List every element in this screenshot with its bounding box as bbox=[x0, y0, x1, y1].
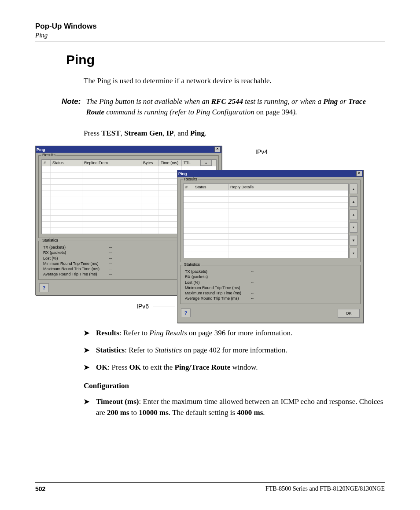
header-subtitle: Ping bbox=[35, 32, 385, 39]
note-block: Note: The Ping button is not available w… bbox=[62, 96, 385, 118]
close-icon[interactable]: × bbox=[214, 147, 221, 152]
col-status: Status bbox=[51, 160, 82, 166]
stats-label: Statistics bbox=[183, 262, 201, 267]
stat-row: Minimum Round Trip Time (ms)-- bbox=[185, 285, 356, 290]
stat-row: Maximum Round Trip Time (ms)-- bbox=[185, 290, 356, 296]
scroll-pagedown-icon[interactable]: ▼ bbox=[350, 235, 357, 246]
scroll-last-icon[interactable]: ▾ bbox=[350, 248, 357, 258]
col-num: # bbox=[184, 184, 193, 190]
help-icon[interactable]: ? bbox=[181, 308, 191, 317]
table-row bbox=[184, 239, 348, 246]
results-label: Results bbox=[183, 177, 198, 181]
scroll-down-icon[interactable]: ▾ bbox=[350, 222, 357, 233]
ok-button[interactable]: OK bbox=[338, 309, 360, 318]
header-divider bbox=[35, 41, 385, 41]
titlebar-ipv4: Ping × bbox=[36, 146, 221, 153]
figure-area: IPv4 Ping × Results # Status Replied Fro… bbox=[35, 146, 383, 322]
config-heading: Configuration bbox=[84, 382, 385, 390]
page-title: Ping bbox=[66, 52, 385, 67]
bullet-timeout: ➤ Timeout (ms): Enter the maximum time a… bbox=[84, 396, 385, 418]
table-row bbox=[184, 246, 348, 252]
scroll-top-icon[interactable]: ▴ bbox=[200, 160, 212, 166]
stats-body: TX (packets)-- RX (packets)-- Lost (%)--… bbox=[181, 265, 360, 304]
titlebar-text: Ping bbox=[178, 172, 187, 176]
table-row bbox=[184, 215, 348, 221]
col-time: Time (ms) bbox=[159, 160, 182, 166]
callout-line-ipv4 bbox=[221, 152, 252, 152]
arrow-icon: ➤ bbox=[84, 396, 96, 418]
stats-label: Statistics bbox=[41, 238, 59, 242]
table-row bbox=[184, 190, 348, 196]
bullet-ok: ➤ OK: Press OK to exit the Ping/Trace Ro… bbox=[84, 362, 385, 373]
scroll-up-icon[interactable]: ▴ bbox=[350, 209, 357, 220]
table-header: # Status Replied From Bytes Time (ms) TT… bbox=[42, 160, 216, 166]
stat-row: Lost (%)-- bbox=[185, 280, 356, 285]
table-row bbox=[184, 221, 348, 227]
bullet-statistics: ➤ Statistics: Refer to Statistics on pag… bbox=[84, 345, 385, 356]
col-status: Status bbox=[193, 184, 228, 190]
table-row bbox=[184, 196, 348, 202]
header-section-title: Pop-Up Windows bbox=[35, 22, 385, 31]
note-body: The Ping button is not available when an… bbox=[86, 96, 385, 118]
table-row bbox=[184, 202, 348, 209]
footer: 502 FTB-8500 Series and FTB-8120NGE/8130… bbox=[35, 482, 385, 492]
press-line: Press TEST, Stream Gen, IP, and Ping. bbox=[84, 128, 385, 139]
col-num: # bbox=[42, 160, 51, 166]
titlebar-ipv6: Ping × bbox=[177, 170, 363, 177]
page-number: 502 bbox=[35, 485, 45, 492]
results-table-ipv6: # Status Reply Details bbox=[183, 183, 349, 258]
col-replied: Replied From bbox=[82, 160, 141, 166]
stat-row: Average Round Trip Time (ms)-- bbox=[185, 296, 356, 301]
scroll-first-icon[interactable]: ▴ bbox=[350, 183, 357, 194]
table-row bbox=[184, 227, 348, 233]
stats-group-ipv6: Statistics TX (packets)-- RX (packets)--… bbox=[180, 265, 361, 304]
note-label: Note: bbox=[62, 96, 81, 118]
footer-model: FTB-8500 Series and FTB-8120NGE/8130NGE bbox=[265, 485, 385, 492]
arrow-icon: ➤ bbox=[84, 362, 96, 373]
scroll-pageup-icon[interactable]: ▲ bbox=[350, 196, 357, 207]
callout-line-ipv6 bbox=[153, 307, 175, 307]
help-icon[interactable]: ? bbox=[39, 283, 49, 292]
col-reply: Reply Details bbox=[228, 184, 348, 190]
scroll-buttons: ▴ ▲ ▴ ▾ ▼ ▾ bbox=[350, 183, 357, 258]
bullet-results: ➤ Results: Refer to Ping Results on page… bbox=[84, 328, 385, 339]
titlebar-text: Ping bbox=[37, 147, 45, 152]
results-label: Results bbox=[41, 153, 56, 157]
results-group-ipv6: Results # Status Reply Details bbox=[180, 180, 361, 262]
arrow-icon: ➤ bbox=[84, 345, 96, 356]
stat-row: RX (packets)-- bbox=[185, 274, 356, 279]
col-ttl: TTL bbox=[182, 160, 200, 166]
callout-ipv6: IPv6 bbox=[136, 303, 149, 310]
stat-row: TX (packets)-- bbox=[185, 269, 356, 274]
table-body bbox=[184, 190, 348, 258]
arrow-icon: ➤ bbox=[84, 328, 96, 339]
table-row bbox=[184, 209, 348, 215]
intro-paragraph: The Ping is used to determine if a netwo… bbox=[84, 75, 385, 87]
table-header: # Status Reply Details bbox=[184, 184, 348, 190]
table-row bbox=[184, 233, 348, 239]
col-bytes: Bytes bbox=[141, 160, 159, 166]
ping-ipv6-window: Ping × Results # Status Reply Details bbox=[177, 170, 364, 323]
table-row bbox=[184, 252, 348, 258]
close-icon[interactable]: × bbox=[356, 171, 362, 176]
callout-ipv4: IPv4 bbox=[255, 148, 268, 155]
